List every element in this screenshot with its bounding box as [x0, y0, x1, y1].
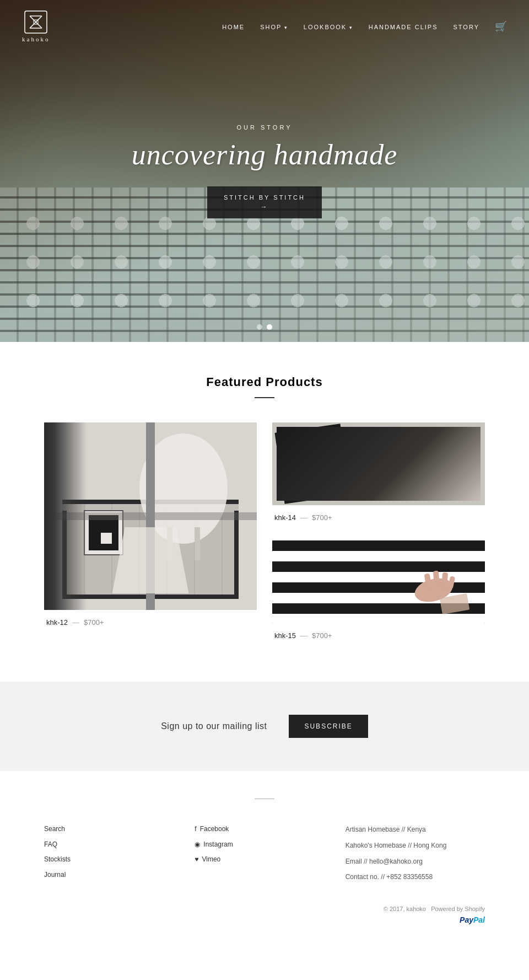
- hero-content: OUR STORY uncovering handmade STITCH BY …: [132, 124, 398, 218]
- svg-rect-4: [62, 500, 239, 504]
- logo[interactable]: kahoko: [22, 10, 50, 42]
- vimeo-label: Vimeo: [202, 854, 220, 866]
- product-price-khk-12: $700+: [84, 618, 104, 626]
- nav-handmade-clips[interactable]: HANDMADE CLIPS: [369, 22, 438, 31]
- nav-lookbook[interactable]: LOOKBOOK: [304, 22, 353, 31]
- product-image-khk-14: [272, 422, 485, 505]
- featured-products-section: Featured Products: [0, 342, 529, 682]
- product-info-khk-15: khk-15 — $700+: [272, 623, 485, 643]
- facebook-label: Facebook: [200, 823, 229, 836]
- logo-text: kahoko: [22, 36, 50, 42]
- footer-link-search[interactable]: Search: [44, 823, 183, 836]
- mailing-text: Sign up to our mailing list: [161, 721, 267, 731]
- product-card-khk-12[interactable]: khk-12 — $700+: [44, 422, 257, 643]
- product-card-khk-14[interactable]: khk-14 — $700+: [272, 422, 485, 525]
- product-name-khk-14: khk-14: [274, 513, 296, 522]
- product-price-khk-14: $700+: [312, 513, 332, 522]
- svg-rect-20: [272, 422, 485, 505]
- nav-cart[interactable]: 🛒: [495, 20, 507, 33]
- footer-link-journal[interactable]: Journal: [44, 869, 183, 881]
- footer-bottom: © 2017, kahoko Powered by Shopify PayPal: [44, 906, 485, 924]
- featured-title: Featured Products: [44, 375, 485, 389]
- nav-shop[interactable]: SHOP: [260, 22, 288, 31]
- hero-btn-label: STITCH BY STITCH: [224, 194, 305, 201]
- svg-rect-5: [62, 595, 239, 599]
- svg-rect-16: [195, 527, 200, 560]
- svg-rect-17: [84, 511, 123, 555]
- svg-rect-27: [272, 561, 485, 572]
- slide-dot-2[interactable]: [267, 324, 272, 330]
- svg-rect-2: [44, 422, 257, 610]
- footer-link-stockists[interactable]: Stockists: [44, 854, 183, 866]
- product-name-khk-12: khk-12: [46, 618, 68, 626]
- footer-nav-links: Search FAQ Stockists Journal: [44, 823, 183, 883]
- product-price-khk-15: $700+: [312, 631, 332, 640]
- instagram-label: Instagram: [203, 839, 233, 851]
- svg-rect-21: [275, 424, 350, 504]
- footer-instagram-link[interactable]: ◉ Instagram: [195, 839, 334, 851]
- product-card-khk-15[interactable]: khk-15 — $700+: [272, 540, 485, 643]
- product-info-khk-12: khk-12 — $700+: [44, 610, 257, 630]
- slide-dot-1[interactable]: [257, 324, 262, 330]
- hero-subtitle: OUR STORY: [132, 124, 398, 131]
- featured-divider: [255, 397, 274, 398]
- svg-rect-23: [354, 431, 414, 496]
- svg-rect-22: [281, 429, 344, 498]
- svg-rect-29: [272, 603, 485, 614]
- subscribe-button[interactable]: SUBSCRIBE: [289, 715, 368, 738]
- svg-rect-15: [167, 527, 172, 560]
- svg-rect-26: [272, 540, 485, 551]
- products-grid: khk-12 — $700+: [44, 422, 485, 643]
- footer-info-line-1: Artisan Homebase // Kenya: [346, 823, 485, 836]
- footer-divider: [255, 799, 274, 799]
- svg-rect-3: [62, 500, 239, 599]
- footer-info-line-4: Contact no. // +852 83356558: [346, 871, 485, 883]
- cart-icon: 🛒: [495, 21, 507, 32]
- nav-story[interactable]: STORY: [454, 22, 480, 31]
- paypal-badge: PayPal: [460, 915, 485, 924]
- svg-rect-7: [234, 511, 239, 595]
- product-name-khk-15: khk-15: [274, 631, 296, 640]
- footer-facebook-link[interactable]: f Facebook: [195, 823, 334, 836]
- mailing-section: Sign up to our mailing list SUBSCRIBE: [0, 682, 529, 771]
- product-image-khk-12: [44, 422, 257, 610]
- footer-social-links: f Facebook ◉ Instagram ♥ Vimeo: [195, 823, 334, 883]
- footer-info: Artisan Homebase // Kenya Kahoko's Homeb…: [346, 823, 485, 883]
- svg-rect-19: [101, 533, 112, 544]
- footer-link-faq[interactable]: FAQ: [44, 839, 183, 851]
- svg-rect-18: [89, 515, 118, 550]
- hero-title: uncovering handmade: [132, 138, 398, 171]
- svg-rect-6: [62, 511, 67, 595]
- footer: Search FAQ Stockists Journal f Facebook …: [0, 771, 529, 946]
- nav-home[interactable]: HOME: [222, 22, 245, 31]
- footer-vimeo-link[interactable]: ♥ Vimeo: [195, 854, 334, 866]
- product-info-khk-14: khk-14 — $700+: [272, 505, 485, 525]
- footer-info-line-3: Email // hello@kahoko.org: [346, 855, 485, 868]
- footer-copyright: © 2017, kahoko Powered by Shopify: [384, 906, 485, 912]
- svg-rect-24: [360, 436, 408, 492]
- svg-point-14: [139, 433, 228, 544]
- product-image-khk-15: [272, 540, 485, 623]
- navigation: kahoko HOME SHOP LOOKBOOK HANDMADE CLIPS…: [0, 0, 529, 52]
- footer-grid: Search FAQ Stockists Journal f Facebook …: [44, 823, 485, 883]
- footer-info-line-2: Kahoko's Homebase // Hong Kong: [346, 839, 485, 852]
- hero-btn-arrow: →: [224, 203, 305, 211]
- instagram-icon: ◉: [195, 839, 200, 851]
- facebook-icon: f: [195, 823, 196, 836]
- products-right-column: khk-14 — $700+: [272, 422, 485, 643]
- vimeo-icon: ♥: [195, 854, 198, 866]
- hero-slide-indicators: [257, 324, 272, 330]
- hero-cta-button[interactable]: STITCH BY STITCH →: [207, 186, 322, 218]
